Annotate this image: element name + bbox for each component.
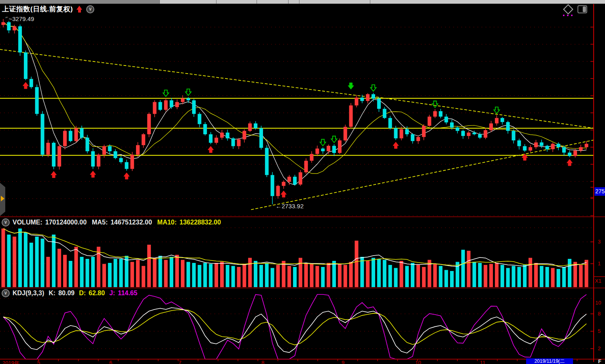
volume-bar xyxy=(153,258,157,288)
candle-body xyxy=(35,87,39,114)
volume-bar xyxy=(265,263,269,287)
collapse-volume-icon[interactable]: ∨ xyxy=(2,218,10,226)
volume-bar xyxy=(405,266,409,288)
chart-canvas[interactable] xyxy=(0,0,605,364)
price-ma5-line xyxy=(3,22,586,185)
candle-body xyxy=(13,26,16,30)
volume-bar xyxy=(450,271,454,287)
volume-bar xyxy=(57,249,61,287)
candle-body xyxy=(310,154,314,161)
volume-bar xyxy=(85,259,89,287)
volume-bar xyxy=(573,262,577,288)
candle-body xyxy=(551,144,554,149)
candle-body xyxy=(130,154,134,169)
volume-bar xyxy=(489,264,493,288)
candle-body xyxy=(478,134,482,138)
trend-up-arrow-icon xyxy=(76,6,83,13)
volume-bar xyxy=(529,258,532,288)
candle-body xyxy=(287,177,291,182)
volume-bar xyxy=(46,257,50,287)
volume-bar xyxy=(388,265,392,287)
candle-body xyxy=(69,131,72,141)
volume-bar xyxy=(220,262,224,288)
candle-body xyxy=(282,182,285,186)
volume-bar xyxy=(579,265,583,287)
sidebar-expand-handle[interactable] xyxy=(0,183,5,216)
volume-bar xyxy=(142,266,145,288)
toolbar-separator xyxy=(299,0,299,4)
volume-bar xyxy=(506,268,510,288)
volume-bar xyxy=(444,270,448,288)
candle-body xyxy=(529,147,532,150)
buy-signal-arrow xyxy=(23,82,28,89)
volume-bar xyxy=(276,265,280,287)
volume-bar xyxy=(91,257,95,287)
volume-axis-label: 3 xyxy=(598,239,601,245)
sell-signal-hollow-arrow xyxy=(371,85,376,91)
candle-body xyxy=(495,118,499,123)
candle-body xyxy=(517,140,521,146)
volume-bar xyxy=(187,262,190,288)
candle-body xyxy=(501,118,504,122)
volume-bar xyxy=(97,247,100,287)
volume-bar xyxy=(282,261,285,287)
volume-bar xyxy=(130,262,134,288)
volume-bar xyxy=(495,263,499,287)
volume-bar xyxy=(394,268,397,288)
candle-body xyxy=(271,175,274,196)
volume-bar xyxy=(203,263,207,287)
volume-bar xyxy=(585,260,588,288)
toolbar-separator xyxy=(288,0,289,4)
collapse-kdj-icon[interactable]: ∨ xyxy=(2,289,10,297)
candle-body xyxy=(259,128,263,148)
candle-body xyxy=(91,151,95,167)
candle-body xyxy=(181,98,185,102)
candle-body xyxy=(74,128,78,141)
volume-bar xyxy=(175,255,179,287)
volume-bar xyxy=(119,259,123,287)
candle-body xyxy=(399,129,403,138)
volume-bar xyxy=(136,260,140,288)
kdj-label: KDJ(9,3,3) xyxy=(13,290,44,297)
volume-bar xyxy=(478,263,482,287)
high-price-label: ⌐~3279.49 xyxy=(6,15,34,22)
volume-ma5-label: MA5: xyxy=(92,219,108,226)
candle-body xyxy=(411,134,414,141)
trendline xyxy=(251,140,594,210)
volume-bar xyxy=(411,263,414,287)
panel-toggle-icon[interactable] xyxy=(577,5,587,13)
candle-body xyxy=(242,131,246,140)
x-axis-month-label: 10 xyxy=(415,360,421,364)
volume-bar xyxy=(484,265,487,287)
candle-body xyxy=(203,124,207,134)
candle-body xyxy=(304,161,308,172)
kdj-d-value: 62.80 xyxy=(89,290,105,297)
candle-body xyxy=(147,114,151,134)
sell-signal-hollow-arrow xyxy=(185,89,191,95)
volume-bar xyxy=(287,266,291,288)
trendline xyxy=(0,49,376,98)
candle-body xyxy=(276,186,280,196)
candle-body xyxy=(102,146,106,154)
volume-bar xyxy=(164,260,168,288)
candle-body xyxy=(164,100,168,110)
volume-bar xyxy=(170,257,173,287)
candle-body xyxy=(377,99,381,109)
volume-bar xyxy=(114,259,117,287)
volume-bar xyxy=(321,267,325,287)
candle-body xyxy=(540,142,543,146)
collapse-main-chart-icon[interactable]: ∨ xyxy=(86,5,94,13)
candle-body xyxy=(30,79,33,87)
candle-body xyxy=(388,118,392,128)
candle-body xyxy=(371,94,375,99)
candle-body xyxy=(338,140,342,153)
volume-bar xyxy=(2,229,5,287)
volume-bar xyxy=(512,266,515,288)
volume-bar xyxy=(209,264,212,288)
candle-body xyxy=(125,162,128,169)
kdj-axis-label: 2 xyxy=(598,345,601,351)
volume-bar xyxy=(546,267,549,287)
volume-bar xyxy=(74,247,78,287)
volume-axis-label: 1 xyxy=(598,260,601,267)
volume-bar xyxy=(315,266,319,288)
